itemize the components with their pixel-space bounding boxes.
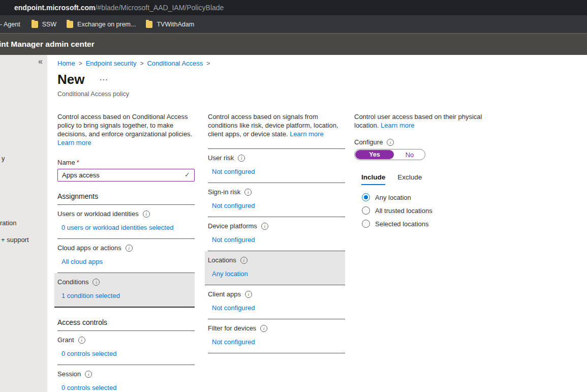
browser-url-bar[interactable]: endpoint.microsoft.com/#blade/Microsoft_… [0,0,587,15]
locations-link[interactable]: Any location [212,270,248,278]
bookmark-item-agent[interactable]: - Agent [0,21,20,28]
info-icon[interactable]: i [261,223,268,230]
app-header-title[interactable]: int Manager admin center [0,40,95,49]
users-workload-identities-item: Users or workload identities i 0 users o… [57,205,195,239]
radio-label: Selected locations [375,220,429,228]
sidebar-item-troubleshooting-support[interactable]: + support [1,236,29,244]
grant-controls-link[interactable]: 0 controls selected [61,350,116,357]
conditions-column: Control access based on signals from con… [208,112,345,392]
page-subtitle: Conditional Access policy [57,91,587,98]
radio-all-trusted-locations[interactable]: All trusted locations [362,206,484,215]
bookmark-label: SSW [42,21,56,28]
breadcrumb-home[interactable]: Home [57,59,75,67]
conditions-description: Control access based on signals from con… [208,112,345,138]
sidebar: « y ration + support [0,55,47,392]
configure-row: Configure i [354,138,484,146]
breadcrumb-conditional-access[interactable]: Conditional Access [147,59,203,67]
tab-exclude[interactable]: Exclude [397,173,422,185]
bookmark-label: Exchange on prem... [77,21,136,28]
info-icon[interactable]: i [85,371,92,378]
item-label: Device platforms [208,222,257,230]
client-apps-link[interactable]: Not configured [212,304,255,312]
info-icon[interactable]: i [240,257,248,264]
info-icon[interactable]: i [143,210,150,218]
item-label: Conditions [57,278,88,286]
info-icon[interactable]: i [245,291,252,298]
device-platforms-item: Device platforms i Not configured [208,217,345,251]
learn-more-link[interactable]: Learn more [290,130,323,138]
item-label: Cloud apps or actions [57,244,121,252]
learn-more-link[interactable]: Learn more [381,122,414,129]
session-item: Session i 0 controls selected [57,365,195,392]
configure-label: Configure [354,138,383,146]
info-icon[interactable]: i [260,325,267,332]
info-icon[interactable]: i [244,189,252,196]
location-radio-group: Any location All trusted locations Selec… [362,193,484,228]
chevron-right-icon: > [203,60,213,67]
radio-unselected-icon [362,220,370,228]
more-options-icon[interactable]: ... [100,74,108,82]
name-input-wrap: ✓ [57,169,195,182]
chevron-right-icon: > [136,60,147,67]
users-selected-link[interactable]: 0 users or workload identities selected [61,224,173,231]
app-header-bar: int Manager admin center [0,33,587,55]
configure-toggle: Yes No [354,149,425,160]
radio-selected-locations[interactable]: Selected locations [362,220,484,228]
sidebar-item-endpoint-security[interactable]: y [2,155,5,162]
include-exclude-tabs: Include Exclude [361,173,484,185]
sidebar-item-tenant-administration[interactable]: ration [0,219,17,227]
radio-label: Any location [375,194,411,201]
locations-item: Locations i Any location [205,251,345,285]
toggle-yes-button[interactable]: Yes [355,150,394,159]
info-icon[interactable]: i [238,155,245,162]
item-label: User risk [208,154,234,162]
filter-for-devices-item: Filter for devices i Not configured [208,319,345,353]
radio-selected-icon [362,193,370,201]
bookmarks-bar: - Agent SSW Exchange on prem... TVWithAd… [0,15,587,33]
item-label: Users or workload identities [57,210,139,218]
device-platforms-link[interactable]: Not configured [212,236,255,244]
item-label: Grant [57,336,74,344]
page-title-row: New ... [57,73,587,86]
session-controls-link[interactable]: 0 controls selected [61,384,116,391]
user-risk-link[interactable]: Not configured [212,168,255,175]
assignments-heading: Assignments [57,192,195,205]
breadcrumb-endpoint-security[interactable]: Endpoint security [86,59,137,67]
locations-column: Control user access based on their physi… [354,112,484,392]
conditions-item: Conditions i 1 condition selected [54,273,195,308]
sign-in-risk-link[interactable]: Not configured [212,202,255,209]
conditions-selected-link[interactable]: 1 condition selected [61,292,120,299]
user-risk-item: User risk i Not configured [208,149,345,183]
breadcrumb: Home>Endpoint security>Conditional Acces… [57,59,587,67]
toggle-no-button[interactable]: No [394,149,425,160]
policy-column: Control access based on Conditional Acce… [57,112,195,392]
bookmark-label: - Agent [0,21,20,28]
bookmark-item-tvwithadam[interactable]: TVWithAdam [146,21,194,28]
item-label: Filter for devices [208,324,256,332]
checkmark-icon: ✓ [184,171,190,178]
name-input[interactable] [57,169,195,182]
chevron-right-icon: > [75,60,86,67]
folder-icon [146,21,152,28]
info-icon[interactable]: i [92,279,100,286]
all-cloud-apps-link[interactable]: All cloud apps [61,258,103,265]
access-controls-heading: Access controls [57,318,195,331]
tab-include[interactable]: Include [361,173,385,185]
info-icon[interactable]: i [387,139,394,146]
url-path: /#blade/Microsoft_AAD_IAM/PolicyBlade [95,4,224,12]
info-icon[interactable]: i [78,337,85,344]
bookmark-item-exchange[interactable]: Exchange on prem... [67,21,136,28]
collapse-sidebar-icon[interactable]: « [38,57,43,66]
required-asterisk: * [77,159,79,166]
radio-any-location[interactable]: Any location [362,193,484,201]
bookmark-item-ssw[interactable]: SSW [32,21,56,28]
filter-for-devices-link[interactable]: Not configured [212,338,255,346]
description-text: Control access based on Conditional Acce… [57,113,192,138]
learn-more-link[interactable]: Learn more [57,139,91,146]
cloud-apps-item: Cloud apps or actions i All cloud apps [57,239,195,273]
conditions-description-wrap: Control access based on signals from con… [208,112,345,149]
info-icon[interactable]: i [126,245,133,252]
item-label: Sign-in risk [208,188,240,196]
locations-description: Control user access based on their physi… [354,112,484,130]
sign-in-risk-item: Sign-in risk i Not configured [208,183,345,217]
